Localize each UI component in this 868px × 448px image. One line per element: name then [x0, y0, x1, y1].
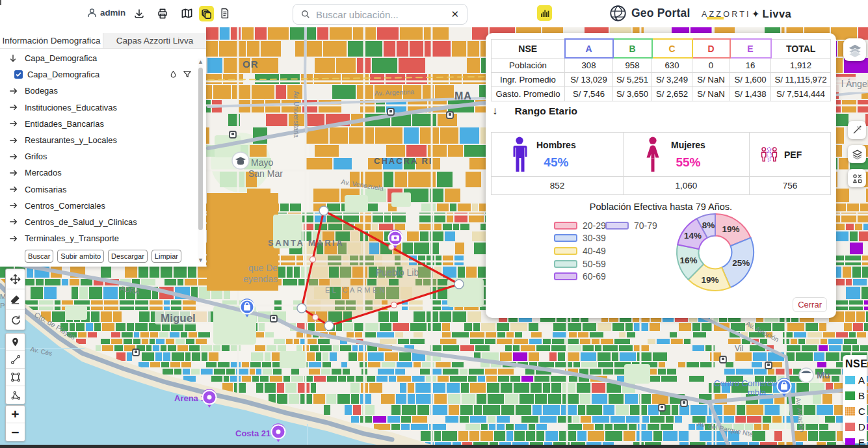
svg-text:19%: 19% [701, 275, 718, 285]
svg-text:eyendas: eyendas [243, 274, 278, 284]
svg-text:Mayo: Mayo [251, 157, 273, 168]
svg-text:Av. Universitaria: Av. Universitaria [293, 91, 300, 138]
svg-text:Pueblo Lib: Pueblo Lib [376, 267, 419, 278]
svg-text:mbla: mbla [748, 388, 767, 397]
svg-text:Arena 1: Arena 1 [174, 393, 205, 403]
svg-text:San Mar: San Mar [248, 168, 283, 179]
svg-text:19%: 19% [722, 224, 739, 234]
svg-text:Av. Argentina: Av. Argentina [375, 88, 415, 97]
svg-text:8%: 8% [702, 220, 715, 230]
svg-text:OR: OR [243, 59, 259, 70]
svg-text:14%: 14% [684, 231, 702, 241]
svg-text:l Ángel: l Ángel [841, 79, 868, 89]
svg-text:SANTA MARIA: SANTA MARIA [268, 238, 344, 248]
svg-text:Mu: Mu [817, 370, 830, 380]
svg-text:Vil: Vil [735, 344, 743, 353]
svg-text:CHACRA RI: CHACRA RI [374, 156, 432, 166]
svg-text:Costa 21: Costa 21 [235, 428, 270, 438]
svg-text:EL CARMEN: EL CARMEN [325, 286, 387, 294]
svg-text:MA: MA [454, 90, 472, 101]
svg-text:16%: 16% [679, 256, 697, 265]
svg-text:que De: que De [248, 263, 278, 273]
svg-text:25%: 25% [732, 258, 750, 268]
svg-text:Miguel: Miguel [161, 312, 196, 324]
svg-text:Centro Comercial: Centro Comercial [714, 378, 780, 388]
